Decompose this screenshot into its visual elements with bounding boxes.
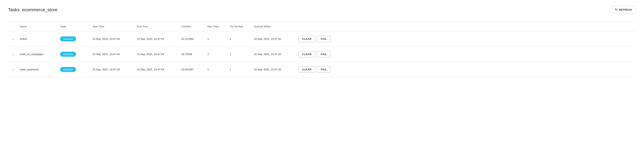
task-state-1: success: [58, 51, 91, 58]
task-name-0: orders: [18, 37, 58, 41]
refresh-icon: ↻: [615, 8, 618, 12]
col-duration-header: Duration: [180, 24, 206, 29]
duration-0: 20.121084: [180, 37, 206, 41]
table-header: Name State Start Time End Time Duration …: [8, 22, 636, 31]
col-expand-header: [8, 24, 18, 29]
end-time-2: 15 Sep, 2021, 10:47:54: [135, 67, 180, 72]
duration-1: 19.75458: [180, 52, 206, 57]
clear-button-1[interactable]: CLEAR: [298, 51, 315, 57]
duration-2: 19.941387: [180, 67, 206, 72]
start-time-0: 15 Sep, 2021, 10:47:34: [91, 37, 135, 41]
try-number-2: 1: [228, 67, 252, 72]
end-time-0: 15 Sep, 2021, 10:47:54: [135, 37, 180, 41]
state-badge-0: success: [60, 36, 76, 41]
col-name-header: Name: [18, 24, 58, 29]
start-time-2: 15 Sep, 2021, 10:47:34: [91, 67, 135, 72]
task-state-0: success: [58, 36, 91, 42]
fail-button-2[interactable]: FAIL: [317, 66, 331, 73]
refresh-button[interactable]: ↻ REFRESH: [611, 6, 636, 13]
max-tries-2: 1: [206, 67, 228, 72]
queued-when-1: 15 Sep, 2021, 10:47:32: [252, 52, 296, 57]
tasks-table: Name State Start Time End Time Duration …: [8, 21, 636, 77]
task-name-1: order_id_campaigns: [18, 52, 58, 57]
col-trynumber-header: Try Number: [228, 24, 252, 29]
col-actions-header: [296, 24, 636, 29]
actions-1: CLEAR FAIL: [296, 50, 636, 58]
state-badge-1: success: [60, 52, 76, 57]
expand-row-1[interactable]: ⌄: [8, 52, 18, 57]
start-time-1: 15 Sep, 2021, 10:47:34: [91, 52, 135, 57]
task-state-2: success: [58, 66, 91, 73]
col-start-header: Start Time: [91, 24, 135, 29]
table-row: ⌄ orders success 15 Sep, 2021, 10:47:34 …: [8, 31, 636, 47]
max-tries-1: 1: [206, 52, 228, 57]
page-title: Tasks: ecommerce_store: [8, 7, 58, 12]
col-queued-header: Queued When: [252, 24, 296, 29]
task-name-2: order_payments: [18, 67, 58, 72]
queued-when-0: 15 Sep, 2021, 10:47:32: [252, 37, 296, 41]
end-time-1: 15 Sep, 2021, 10:47:54: [135, 52, 180, 57]
table-row: ⌄ order_id_campaigns success 15 Sep, 202…: [8, 47, 636, 62]
refresh-label: REFRESH: [619, 8, 632, 11]
actions-2: CLEAR FAIL: [296, 66, 636, 74]
actions-0: CLEAR FAIL: [296, 35, 636, 43]
fail-button-0[interactable]: FAIL: [317, 36, 331, 42]
table-row: ⌄ order_payments success 15 Sep, 2021, 1…: [8, 62, 636, 77]
header-row: Tasks: ecommerce_store ↻ REFRESH: [8, 4, 636, 15]
expand-row-0[interactable]: ⌄: [8, 37, 18, 41]
page-container: Tasks: ecommerce_store ↻ REFRESH Name St…: [0, 0, 644, 152]
queued-when-2: 15 Sep, 2021, 10:47:32: [252, 67, 296, 72]
max-tries-0: 1: [206, 37, 228, 41]
try-number-0: 1: [228, 37, 252, 41]
fail-button-1[interactable]: FAIL: [317, 51, 331, 57]
col-end-header: End Time: [135, 24, 180, 29]
clear-button-0[interactable]: CLEAR: [298, 36, 315, 42]
col-maxtries-header: Max Tries: [206, 24, 228, 29]
clear-button-2[interactable]: CLEAR: [298, 66, 315, 73]
col-state-header: State: [58, 24, 91, 29]
try-number-1: 1: [228, 52, 252, 57]
expand-row-2[interactable]: ⌄: [8, 67, 18, 72]
state-badge-2: success: [60, 67, 76, 72]
